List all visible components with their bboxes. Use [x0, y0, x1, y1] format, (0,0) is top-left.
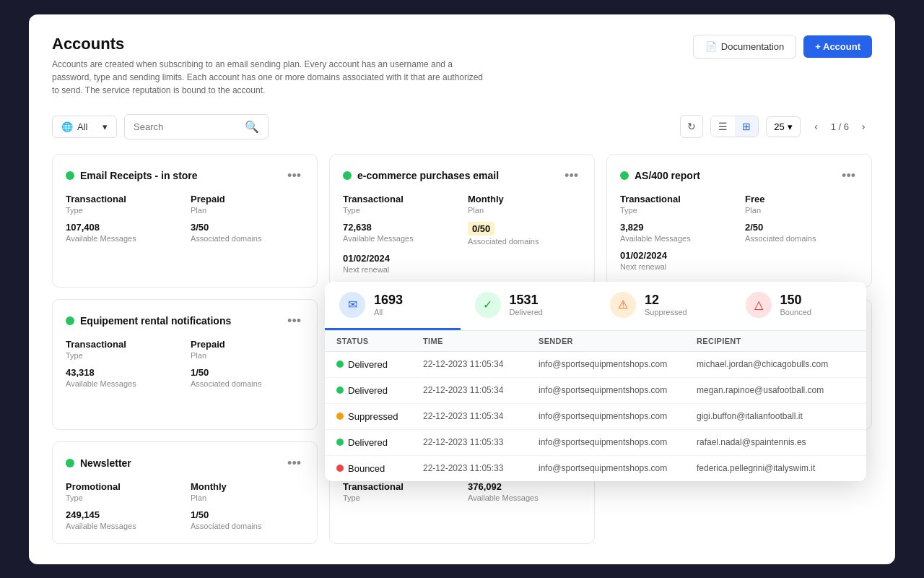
- domains-value: 1/50: [191, 509, 304, 520]
- docs-icon: 📄: [705, 41, 717, 52]
- stat-numbers-bounced: 150 Bounced: [780, 293, 811, 316]
- plan-value: Free: [745, 194, 858, 204]
- log-time: 22-12-2023 11:05:34: [423, 385, 539, 395]
- log-row[interactable]: Delivered 22-12-2023 11:05:34 info@sport…: [325, 378, 866, 404]
- card-fields: Transactional Type Prepaid Plan 107,408 …: [66, 194, 304, 243]
- card-menu-button[interactable]: •••: [562, 168, 581, 184]
- type-label: Type: [66, 351, 179, 360]
- type-label: Type: [66, 493, 179, 502]
- list-view-button[interactable]: ☰: [711, 116, 735, 137]
- account-card-equipment-rental[interactable]: Equipement rental notifications ••• Tran…: [52, 299, 318, 430]
- stat-label-delivered: Delivered: [510, 308, 543, 316]
- logs-header-cell: Sender: [539, 337, 697, 345]
- stat-numbers-suppressed: 12 Suppressed: [645, 293, 687, 316]
- stat-icon-suppressed: ⚠: [610, 292, 636, 318]
- stat-label-all: All: [374, 308, 403, 316]
- log-row[interactable]: Delivered 22-12-2023 11:05:33 info@sport…: [325, 430, 866, 456]
- plan-field: Monthly Plan: [191, 481, 304, 502]
- header-actions: 📄 Documentation + Account: [693, 35, 872, 59]
- card-menu-button[interactable]: •••: [284, 168, 304, 184]
- log-status: Delivered: [336, 359, 423, 370]
- renewal-value: 01/02/2024: [620, 250, 733, 261]
- log-status-text: Bounced: [348, 463, 385, 474]
- log-status: Suppressed: [336, 411, 423, 422]
- account-card-ecommerce[interactable]: e-commerce purchases email ••• Transacti…: [329, 154, 595, 288]
- log-status: Delivered: [336, 385, 423, 396]
- chevron-down-icon: ▾: [103, 121, 108, 132]
- domains-label: Associated domains: [468, 237, 581, 246]
- type-value: Transactional: [343, 194, 456, 204]
- domains-value: 3/50: [191, 222, 304, 233]
- refresh-button[interactable]: ↻: [680, 115, 703, 138]
- domains-field: 1/50 Associated domains: [191, 509, 304, 530]
- plan-label: Plan: [191, 206, 304, 215]
- log-recipient: rafael.nadal@spaintennis.es: [697, 437, 855, 447]
- grid-view-button[interactable]: ⊞: [735, 116, 758, 137]
- account-card-newsletter[interactable]: Newsletter ••• Promotional Type Monthly …: [52, 441, 318, 544]
- card-header: Newsletter •••: [66, 455, 304, 471]
- account-card-as400[interactable]: AS/400 report ••• Transactional Type Fre…: [606, 154, 872, 288]
- log-recipient: gigi.buffon@italianfootball.it: [697, 411, 855, 421]
- type-label: Type: [66, 206, 179, 215]
- logs-header-cell: Recipient: [697, 337, 855, 345]
- log-sender: info@sportsequipmentshops.com: [539, 385, 697, 395]
- log-time: 22-12-2023 11:05:33: [423, 463, 539, 473]
- type-value: Transactional: [343, 481, 456, 492]
- globe-icon: 🌐: [61, 121, 73, 132]
- documentation-button[interactable]: 📄 Documentation: [693, 35, 796, 59]
- log-sender: info@sportsequipmentshops.com: [539, 463, 697, 473]
- log-row[interactable]: Delivered 22-12-2023 11:05:34 info@sport…: [325, 352, 866, 378]
- domains-field: 0/50 Associated domains: [468, 222, 581, 246]
- stat-numbers-all: 1693 All: [374, 293, 403, 316]
- chevron-down-icon: ▾: [788, 121, 793, 132]
- messages-label: Available Messages: [343, 234, 456, 243]
- header-left: Accounts Accounts are created when subsc…: [52, 35, 485, 97]
- add-account-button[interactable]: + Account: [803, 35, 872, 58]
- toolbar: 🌐 All ▾ 🔍 ↻ ☰ ⊞ 25: [52, 114, 872, 139]
- card-menu-button[interactable]: •••: [284, 455, 304, 471]
- stat-item-all[interactable]: ✉ 1693 All: [325, 282, 461, 330]
- toolbar-right: ↻ ☰ ⊞ 25 ▾ ‹ 1 / 6 ›: [680, 115, 872, 138]
- status-dot: [66, 316, 74, 325]
- type-value: Transactional: [620, 194, 733, 204]
- messages-label: Available Messages: [66, 379, 179, 388]
- filter-dropdown[interactable]: 🌐 All ▾: [52, 116, 117, 138]
- stat-item-delivered[interactable]: ✓ 1531 Delivered: [461, 282, 596, 330]
- log-status-dot: [336, 361, 344, 368]
- card-fields: Transactional Type Monthly Plan 72,638 A…: [343, 194, 581, 274]
- card-header: Email Receipts - in store •••: [66, 168, 304, 184]
- log-time: 22-12-2023 11:05:34: [423, 411, 539, 421]
- stat-icon-bounced: △: [746, 292, 772, 318]
- card-fields: Transactional Type Prepaid Plan 43,318 A…: [66, 339, 304, 388]
- log-status-dot: [336, 465, 344, 472]
- plan-field: Monthly Plan: [468, 194, 581, 215]
- domains-field: 1/50 Associated domains: [191, 367, 304, 388]
- card-menu-button[interactable]: •••: [839, 168, 858, 184]
- log-status-dot: [336, 387, 344, 394]
- page-header: Accounts Accounts are created when subsc…: [52, 35, 872, 97]
- type-field: Transactional Type: [66, 339, 179, 360]
- messages-label: Available Messages: [620, 234, 733, 243]
- next-page-button[interactable]: ›: [855, 118, 872, 135]
- account-card-email-receipts[interactable]: Email Receipts - in store ••• Transactio…: [52, 154, 318, 288]
- search-box: 🔍: [124, 114, 269, 139]
- search-input[interactable]: [134, 121, 239, 132]
- log-status-text: Suppressed: [348, 411, 398, 422]
- stat-item-suppressed[interactable]: ⚠ 12 Suppressed: [596, 282, 731, 330]
- renewal-label: Next renewal: [620, 262, 733, 271]
- list-icon: ☰: [718, 121, 728, 132]
- view-toggles: ☰ ⊞: [710, 116, 759, 137]
- log-row[interactable]: Suppressed 22-12-2023 11:05:34 info@spor…: [325, 404, 866, 430]
- log-row[interactable]: Bounced 22-12-2023 11:05:33 info@sportse…: [325, 456, 866, 481]
- card-title-row: e-commerce purchases email: [343, 170, 499, 181]
- page-size-select[interactable]: 25 ▾: [766, 116, 800, 137]
- prev-page-button[interactable]: ‹: [808, 118, 825, 135]
- stat-item-bounced[interactable]: △ 150 Bounced: [731, 282, 867, 330]
- stat-count-delivered: 1531: [510, 293, 543, 308]
- plan-value: Monthly: [191, 481, 304, 492]
- card-title: Equipement rental notifications: [80, 315, 231, 327]
- domains-value: 2/50: [745, 222, 858, 233]
- stat-icon-all: ✉: [339, 292, 365, 318]
- log-status: Bounced: [336, 463, 423, 474]
- card-menu-button[interactable]: •••: [284, 313, 304, 329]
